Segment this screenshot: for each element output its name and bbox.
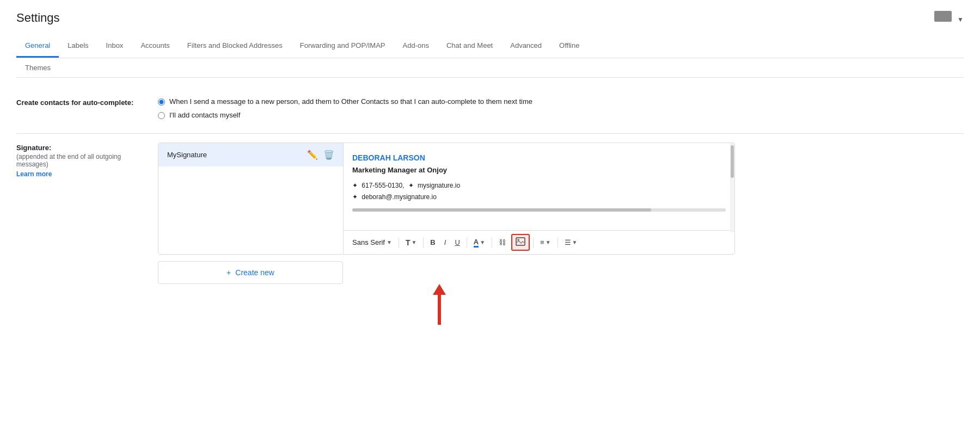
link-button[interactable]: ⛓	[495, 236, 509, 249]
bullet-icon3: ✦	[352, 193, 358, 201]
autocomplete-option1: When I send a message to a new person, a…	[158, 97, 964, 106]
list-button[interactable]: ☰ ▼	[561, 236, 581, 249]
themes-label: Themes	[25, 64, 51, 72]
tab-chat[interactable]: Chat and Meet	[438, 36, 501, 58]
tab-general[interactable]: General	[16, 36, 59, 58]
create-new-label: Create new	[235, 268, 274, 277]
signature-item-name: MySignature	[167, 151, 207, 159]
toolbar-sep1	[399, 238, 399, 248]
italic-icon: I	[444, 238, 446, 246]
autocomplete-row: Create contacts for auto-complete: When …	[16, 89, 964, 134]
tabs-container: General Labels Inbox Accounts Filters an…	[16, 36, 964, 58]
bullet-icon2: ✦	[408, 182, 414, 189]
signature-label-main: Signature:	[16, 144, 142, 152]
scrollbar-thumb	[731, 145, 734, 178]
edit-icon[interactable]: ✏️	[307, 150, 318, 160]
signature-label-sub: (appended at the end of all outgoing mes…	[16, 153, 142, 168]
font-size-chevron: ▼	[411, 239, 416, 245]
list-icon: ☰	[565, 238, 571, 246]
italic-button[interactable]: I	[441, 236, 450, 249]
align-button[interactable]: ≡ ▼	[537, 236, 554, 249]
autocomplete-control: When I send a message to a new person, a…	[158, 97, 964, 125]
signature-row: Signature: (appended at the end of all o…	[16, 134, 964, 336]
link-icon: ⛓	[499, 238, 506, 246]
delete-icon[interactable]: 🗑️	[323, 150, 334, 160]
sig-name: DEBORAH LARSON	[352, 152, 726, 164]
autocomplete-radio2[interactable]	[158, 112, 165, 119]
arrow-shaft	[438, 295, 441, 325]
font-color-button[interactable]: A ▼	[470, 236, 488, 250]
tab-filters[interactable]: Filters and Blocked Addresses	[179, 36, 291, 58]
signature-editor-area: DEBORAH LARSON Marketing Manager at Onjo…	[344, 143, 734, 254]
toolbar-sep4	[492, 238, 492, 248]
sig-website: mysignature.io	[418, 182, 460, 189]
vertical-scrollbar[interactable]	[730, 143, 734, 232]
toolbar-sep2	[423, 238, 424, 248]
font-family-label: Sans Serif	[352, 238, 385, 246]
font-size-icon: T	[406, 238, 411, 247]
font-size-button[interactable]: T ▼	[402, 236, 420, 249]
bold-button[interactable]: B	[427, 236, 438, 249]
signature-panel: MySignature ✏️ 🗑️	[158, 143, 735, 255]
bold-icon: B	[430, 238, 435, 246]
tab-labels[interactable]: Labels	[59, 36, 97, 58]
font-color-icon: A	[474, 238, 479, 248]
tab-inbox[interactable]: Inbox	[97, 36, 132, 58]
insert-image-icon	[516, 237, 525, 248]
sig-email-line: ✦ deborah@.mysignature.io	[352, 192, 726, 202]
list-chevron: ▼	[572, 239, 578, 245]
signature-toolbar: Sans Serif ▼ T ▼ B	[344, 230, 734, 254]
signature-list: MySignature ✏️ 🗑️	[158, 143, 344, 254]
scrollbar-thumb-h	[352, 208, 651, 212]
signature-item-actions: ✏️ 🗑️	[307, 150, 334, 160]
account-icon[interactable]: ▼	[934, 11, 964, 25]
annotation-container	[158, 284, 964, 327]
align-chevron: ▼	[546, 239, 551, 245]
font-dropdown-chevron: ▼	[387, 239, 392, 245]
horizontal-scroll-area	[352, 208, 726, 212]
toolbar-sep6	[558, 238, 558, 248]
underline-button[interactable]: U	[451, 236, 463, 249]
create-new-plus: +	[226, 268, 231, 277]
font-family-dropdown[interactable]: Sans Serif ▼	[349, 236, 395, 249]
bullet-icon1: ✦	[352, 182, 358, 189]
scrollbar-track	[352, 208, 726, 212]
signature-control: MySignature ✏️ 🗑️	[158, 143, 964, 327]
font-color-chevron: ▼	[480, 239, 485, 245]
learn-more-link[interactable]: Learn more	[16, 170, 142, 178]
themes-row: Themes	[16, 58, 964, 78]
red-arrow-annotation	[433, 284, 446, 325]
create-new-button[interactable]: + Create new	[158, 261, 343, 284]
settings-content: Create contacts for auto-complete: When …	[16, 78, 964, 347]
svg-rect-0	[516, 238, 525, 245]
autocomplete-option2: I'll add contacts myself	[158, 111, 964, 119]
tab-accounts[interactable]: Accounts	[132, 36, 178, 58]
arrow-head-up	[433, 284, 446, 295]
underline-icon: U	[455, 238, 460, 246]
insert-image-button[interactable]	[511, 234, 530, 251]
signature-label-col: Signature: (appended at the end of all o…	[16, 143, 158, 178]
sig-phone-line: ✦ 617-555-0130, ✦ mysignature.io	[352, 181, 726, 191]
autocomplete-radio1[interactable]	[158, 98, 165, 106]
sig-email: deborah@.mysignature.io	[362, 193, 437, 201]
align-icon: ≡	[540, 238, 544, 246]
autocomplete-option2-label: I'll add contacts myself	[169, 111, 240, 119]
tab-advanced[interactable]: Advanced	[501, 36, 550, 58]
signature-list-item[interactable]: MySignature ✏️ 🗑️	[158, 143, 343, 166]
tabs-row: General Labels Inbox Accounts Filters an…	[16, 36, 964, 58]
sig-title: Marketing Manager at Onjoy	[352, 165, 726, 176]
toolbar-sep5	[533, 238, 534, 248]
autocomplete-option1-label: When I send a message to a new person, a…	[169, 97, 532, 106]
tab-offline[interactable]: Offline	[550, 36, 588, 58]
toolbar-sep3	[467, 238, 467, 248]
page-title: Settings	[16, 11, 60, 25]
tab-addons[interactable]: Add-ons	[394, 36, 438, 58]
signature-preview[interactable]: DEBORAH LARSON Marketing Manager at Onjo…	[344, 143, 734, 230]
sig-phone: 617-555-0130,	[362, 182, 404, 189]
autocomplete-label: Create contacts for auto-complete:	[16, 97, 158, 107]
tab-forwarding[interactable]: Forwarding and POP/IMAP	[291, 36, 394, 58]
